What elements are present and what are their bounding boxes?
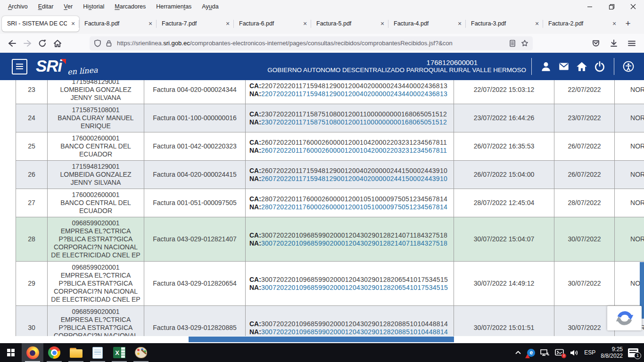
close-button[interactable] [622, 0, 644, 13]
cell-authorization-datetime: 28/07/2022 12:45:04 [454, 189, 554, 217]
menubar-item[interactable]: Herramientas [151, 2, 197, 11]
tray-chevron-icon[interactable] [514, 349, 522, 356]
authorization-number-link[interactable]: 2807202201176000260000120010510000975051… [261, 203, 447, 211]
invoice-row[interactable]: 28 0968599020001 EMPRESA EL?CTRICA P?BLI… [16, 217, 644, 262]
header-divider [614, 58, 614, 75]
tab-close-icon[interactable]: × [454, 20, 466, 27]
menubar-item[interactable]: Ver [58, 2, 78, 11]
window-menubar: ArchivoEditarVerHistorialMarcadoresHerra… [0, 0, 644, 13]
tab-close-icon[interactable]: × [299, 20, 311, 27]
logout-button[interactable] [593, 59, 607, 74]
taskbar-excel[interactable]: X [108, 343, 130, 362]
access-key-line: CA:3007202201096859902000120430290128214… [249, 231, 447, 239]
header-divider [531, 58, 532, 75]
new-tab-button[interactable]: + [620, 16, 636, 31]
authorization-number-line: NA:2607202201176000260000120010420002203… [249, 147, 447, 155]
authorization-number-link[interactable]: 2207202201171594812900120040200000243440… [261, 90, 447, 98]
back-button[interactable] [5, 36, 20, 50]
authorization-number-link[interactable]: 3007202201096859902000120430290128206541… [261, 284, 448, 291]
sri-menu-icon[interactable] [12, 59, 27, 74]
cell-access-keys: CA:3007202201096859902000120430290128214… [246, 217, 454, 261]
downloads-button[interactable] [606, 36, 621, 50]
authorization-number-link[interactable]: 2607202201176000260000120010420002203231… [261, 147, 447, 154]
tab-close-icon[interactable]: × [222, 20, 234, 27]
notification-center-button[interactable]: 1 [628, 348, 638, 357]
taskbar-paint[interactable] [130, 343, 152, 362]
forward-button[interactable] [20, 36, 35, 50]
browser-tab[interactable]: Factura-4.pdf × [388, 16, 466, 32]
tab-close-icon[interactable]: × [608, 20, 620, 27]
accessibility-button[interactable] [621, 59, 636, 74]
language-indicator[interactable]: ESP [584, 349, 595, 356]
invoice-row[interactable]: 26 1715948129001 LOMBEIDA GONZALEZ JENNY… [16, 161, 644, 189]
network-tray-icon[interactable] [540, 349, 550, 357]
bookmark-star-icon[interactable] [520, 39, 529, 48]
browser-tab[interactable]: Factura-2.pdf × [543, 16, 620, 32]
start-button[interactable] [0, 343, 22, 362]
invoice-row[interactable]: 27 1760002600001 BANCO CENTRAL DEL ECUAD… [16, 189, 644, 217]
cell-status: NORMAL [615, 189, 644, 217]
menubar-item[interactable]: Marcadores [109, 2, 151, 11]
cell-authorization-datetime: 30/07/2022 15:04:07 [454, 217, 554, 261]
horizontal-scrollbar-thumb[interactable] [189, 337, 454, 342]
invoice-row[interactable]: 25 1760002600001 BANCO CENTRAL DEL ECUAD… [16, 132, 644, 161]
antivirus-tray-icon[interactable]: e [527, 349, 535, 357]
messages-button[interactable] [557, 59, 571, 74]
invoice-row[interactable]: 23 1715948129001 LOMBEIDA GONZALEZ JENNY… [16, 80, 644, 104]
tab-close-icon[interactable]: × [67, 20, 79, 27]
menubar-item[interactable]: Archivo [3, 2, 33, 11]
app-menu-button[interactable] [624, 36, 639, 50]
minimize-button[interactable] [579, 0, 601, 13]
authorization-number-link[interactable]: 3007202201096859902000120430290128214071… [261, 239, 447, 247]
cell-status: NORMAL [615, 80, 644, 104]
access-key-line: CA:2307202201171587510800120011000000000… [249, 110, 447, 118]
access-key-line: CA:2607202201176000260000120010420002203… [249, 139, 447, 147]
authorization-number-link[interactable]: 2607202201171594812900120040200000244150… [261, 175, 447, 182]
invoice-row[interactable]: 24 1715875108001 BANDA CURAY MANUEL ENRI… [16, 104, 644, 132]
sri-logo-triangle [61, 59, 66, 64]
authorization-number-link[interactable]: 2307202201171587510800120011000000000168… [261, 118, 447, 126]
profile-button[interactable] [539, 59, 553, 74]
tab-close-icon[interactable]: × [531, 20, 543, 27]
pocket-button[interactable] [588, 36, 603, 50]
recaptcha-badge[interactable] [607, 306, 642, 330]
url-bar[interactable]: https://srienlinea.sri.gob.ec/comprobant… [90, 36, 533, 50]
menubar-item[interactable]: Editar [33, 2, 59, 11]
tab-close-icon[interactable]: × [144, 20, 157, 27]
firefox-icon [26, 346, 39, 359]
browser-tab[interactable]: Factura-6.pdf × [234, 16, 311, 32]
home-button[interactable] [50, 36, 65, 50]
browser-tab[interactable]: Factura-5.pdf × [311, 16, 388, 32]
action-center-tray-icon[interactable]: ! [555, 349, 564, 357]
reader-mode-icon[interactable] [508, 39, 517, 48]
volume-tray-icon[interactable] [570, 349, 579, 357]
authorization-number-link[interactable]: 3007202201096859902000120430290128208851… [261, 328, 448, 336]
taskbar-file-explorer[interactable] [65, 343, 87, 362]
cell-row-number: 30 [16, 306, 48, 336]
taskbar-firefox[interactable] [22, 343, 43, 362]
tab-close-icon[interactable]: × [376, 20, 388, 27]
sri-logo[interactable]: SRi en línea [36, 58, 98, 75]
invoice-row[interactable]: 30 0968599020001 EMPRESA EL?CTRICA P?BLI… [16, 306, 644, 336]
cell-row-number: 29 [16, 262, 48, 305]
clock[interactable]: 9:25 8/8/2022 [601, 346, 623, 359]
tab-title: Factura-8.pdf [79, 20, 144, 27]
reload-button[interactable] [35, 36, 50, 50]
browser-tab[interactable]: Factura-8.pdf × [79, 16, 157, 32]
menubar-item[interactable]: Ayuda [197, 2, 223, 11]
browser-tab[interactable]: SRI - SISTEMA DE COMP × [2, 16, 79, 32]
browser-tab[interactable]: Factura-7.pdf × [157, 16, 234, 32]
home-icon [576, 60, 588, 73]
lock-icon[interactable] [105, 39, 113, 48]
home-button-sri[interactable] [575, 59, 589, 74]
taskbar-chrome[interactable] [43, 343, 65, 362]
access-key-line: CA:2207202201171594812900120040200000243… [249, 82, 447, 90]
url-text[interactable]: https://srienlinea.sri.gob.ec/comprobant… [117, 40, 504, 47]
shield-icon[interactable] [93, 39, 102, 48]
recaptcha-icon [615, 309, 634, 328]
restore-button[interactable] [601, 0, 622, 13]
invoice-row[interactable]: 29 0968599020001 EMPRESA EL?CTRICA P?BLI… [16, 262, 644, 306]
browser-tab[interactable]: Factura-3.pdf × [466, 16, 543, 32]
taskbar-notepad[interactable] [87, 343, 108, 362]
menubar-item[interactable]: Historial [78, 2, 109, 11]
